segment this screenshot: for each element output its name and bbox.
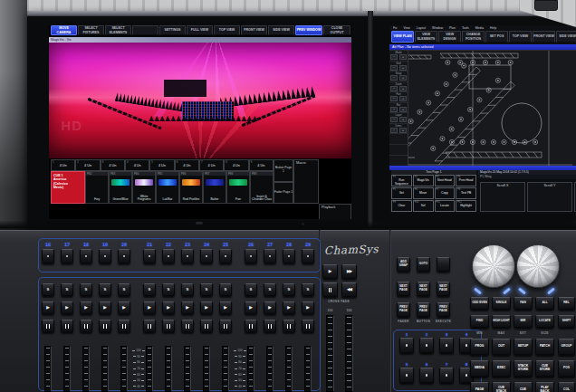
console-select-button-17[interactable]: S [61,283,73,296]
left-screen[interactable]: MOVE CAMERASELECT FIXTURESSELECT ELEMENT… [49,25,351,219]
console-flash-button-24[interactable] [200,249,213,263]
console-go-button-27[interactable]: ▶ [264,301,276,314]
legend-cell[interactable]: 14 Un [51,159,75,171]
console-attr-fan[interactable]: FAN [514,297,533,310]
console-exec-button-6[interactable] [419,368,434,383]
console-page-next-page[interactable]: NEXT PAGE [417,282,430,296]
console-window-cue[interactable]: CUE [514,382,533,392]
console-fast-forward-button[interactable]: ▶▶ [341,264,357,279]
menu-item-tools[interactable]: Tools [462,26,469,30]
legend-cell[interactable]: 34 Un [101,159,125,171]
console-crossfade-fader-a[interactable] [326,315,334,392]
console-attr-mir[interactable]: MIR [514,315,533,328]
console-exec-button-1[interactable] [399,338,414,353]
console-page-goto[interactable]: GOTO [417,257,430,272]
console-select-button-27[interactable]: S [264,283,276,296]
console-attr-high-light[interactable]: HIGH LIGHT [492,315,511,328]
console-fader-17[interactable] [63,346,71,392]
menu-item-help[interactable]: Help [490,26,496,30]
soft-button-f5[interactable]: F5Set [391,187,412,199]
sidebar-plus-button[interactable]: + [399,65,407,71]
console-pause-button-20[interactable] [118,320,130,332]
encoder-box-0[interactable]: Scroll X [480,182,525,212]
legend-cell[interactable]: 44 Un [125,159,149,171]
soft-button-f3[interactable]: F3Next Head [435,175,456,186]
sidebar-minus-button[interactable]: − [390,117,398,122]
plot-toolbar-button-top-view[interactable]: TOP VIEW [509,31,532,43]
vis-toolbar-button-move-camera[interactable]: MOVE CAMERA [51,25,77,35]
console-go-button-26[interactable]: ▶ [245,301,257,314]
console-select-button-21[interactable]: S [143,283,156,296]
console-go-button-24[interactable]: ▶ [200,301,213,314]
console-side-shift[interactable]: SHIFT [558,315,575,328]
console-pause-button-16[interactable] [42,320,54,332]
console-window-cue-store[interactable]: CUE STORE [535,360,554,377]
plot-toolbar-button-view-design[interactable]: VIEW DESIGN [438,31,461,43]
console-page-blank[interactable] [437,257,450,272]
console-pause-button-29[interactable] [302,320,314,332]
console-flash-button-22[interactable] [162,249,175,263]
sidebar-plus-button[interactable]: + [399,54,407,60]
soft-button-f4[interactable]: F4Prev Head [456,175,476,186]
console-flash-button-16[interactable] [42,249,54,263]
console-side-pos[interactable]: POS [558,360,575,377]
console-flash-button-21[interactable] [143,249,156,263]
vis-toolbar-button-settings[interactable]: SETTINGS [159,25,186,35]
sidebar-plus-button[interactable]: + [399,75,407,81]
playback-cell-pb6[interactable]: PB6Red Profiles [179,171,203,204]
console-page-prev-page[interactable]: PREV PAGE [397,302,410,317]
console-select-button-28[interactable]: S [283,283,295,296]
plot-toolbar-button-change-position[interactable]: CHANGE POSITION [462,31,485,43]
console-side-group[interactable]: GROUP [558,339,575,355]
console-pause-button-24[interactable] [200,320,213,332]
console-page-prev-page[interactable]: PREV PAGE [437,302,450,317]
console-go-button-29[interactable]: ▶ [302,301,314,314]
soft-button-f11[interactable]: F11Locate [435,200,456,212]
right-screen[interactable]: FixViewLayoutWindowPlanToolsMediaHelp VI… [389,25,576,214]
console-attr-all[interactable]: ALL [535,297,554,310]
console-select-button-29[interactable]: S [302,283,314,296]
console-exec-button-5[interactable] [399,368,414,383]
visualizer-3d-view[interactable]: HD [49,43,351,158]
console-flash-button-29[interactable] [302,249,314,263]
console-fader-24[interactable] [203,346,210,392]
console-exec-button-3[interactable] [439,338,454,353]
console-pause-button-25[interactable] [219,320,232,332]
sidebar-minus-button[interactable]: − [390,75,398,81]
console-select-button-22[interactable]: S [162,283,175,296]
console-fader-27[interactable] [266,346,274,392]
console-fader-23[interactable] [184,346,191,392]
playback-cell-pb3[interactable]: PB3Green/Blue [109,171,132,204]
legend-cell[interactable]: 54 Un [149,159,174,171]
console-go-button-25[interactable]: ▶ [219,301,232,314]
legend-cell[interactable]: 64 Un [175,159,199,171]
vis-toolbar-right-button-1[interactable]: CLOSE OUTPUT [323,25,350,35]
console-window-prog[interactable]: PROG [470,339,489,355]
console-select-button-25[interactable]: S [219,283,232,296]
console-go-button-28[interactable]: ▶ [283,301,295,314]
console-page-prev-page[interactable]: PREV PAGE [417,302,430,317]
console-select-button-20[interactable]: S [118,283,130,296]
console-flash-button-25[interactable] [219,249,232,263]
plot-toolbar-button-view-elements[interactable]: VIEW ELEMENTS [415,31,437,43]
console-window-exec[interactable]: EXEC [492,360,511,377]
console-pause-button-27[interactable] [264,320,276,332]
soft-button-f2[interactable]: F2MagicVis [413,175,434,186]
vis-toolbar-button-blank[interactable] [132,25,158,35]
console-pause-button-26[interactable] [245,320,257,332]
sidebar-plus-button[interactable]: + [399,117,407,122]
console-fader-16[interactable] [44,346,52,392]
console-go-button-20[interactable]: ▶ [118,301,130,314]
sidebar-minus-button[interactable]: − [390,54,398,60]
menu-item-view[interactable]: View [404,26,410,30]
console-go-button-22[interactable]: ▶ [162,301,175,314]
console-pause-button[interactable] [322,282,338,297]
console-window-patch[interactable]: PATCH [535,339,554,355]
console-crossfade-fader-b[interactable] [345,315,353,392]
cue-playback-cell[interactable]: CUE 1 America (Calexico Mexic) [51,171,85,204]
plot-toolbar-button-front-view[interactable]: FRONT VIEW [533,31,555,43]
console-rewind-button[interactable]: ◀◀ [341,282,357,297]
console-page-add-swap[interactable]: ADD SWAP [397,257,410,272]
console-pause-button-23[interactable] [181,320,194,332]
console-pause-button-21[interactable] [143,320,156,332]
